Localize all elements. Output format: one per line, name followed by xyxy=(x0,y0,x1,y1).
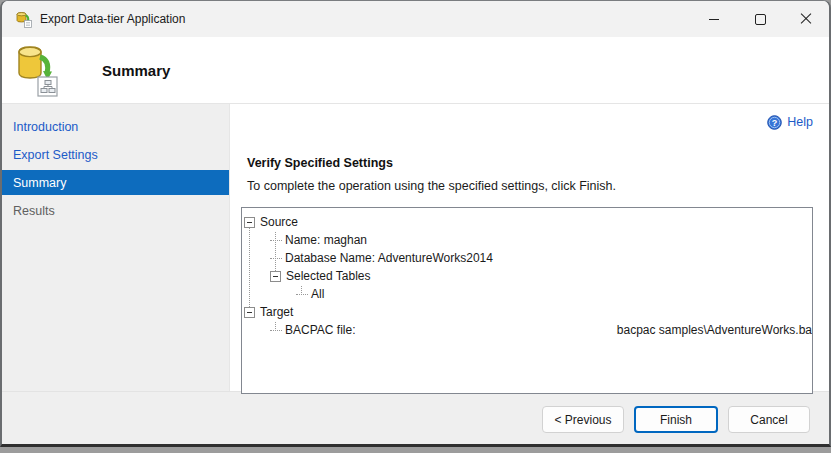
tree-item-all[interactable]: All xyxy=(242,285,812,303)
minimize-icon xyxy=(709,19,719,20)
tree-connector xyxy=(296,294,308,295)
database-export-icon xyxy=(15,10,33,28)
title-bar: Export Data-tier Application xyxy=(2,1,829,37)
close-button[interactable] xyxy=(783,1,829,37)
tree-item-label: Source xyxy=(260,215,298,229)
instruction-text: To complete the operation using the spec… xyxy=(247,179,813,193)
collapse-icon[interactable] xyxy=(244,217,255,228)
tree-item-label: Selected Tables xyxy=(286,269,371,283)
wizard-steps-sidebar: Introduction Export Settings Summary Res… xyxy=(2,104,230,391)
tree-item-name[interactable]: Name: maghan xyxy=(242,231,812,249)
cancel-button[interactable]: Cancel xyxy=(728,406,810,433)
tree-item-bacpac-file[interactable]: BACPAC file: bacpac samples\AdventureWor… xyxy=(242,321,812,339)
page-title: Summary xyxy=(102,62,170,79)
sidebar-item-summary[interactable]: Summary xyxy=(2,170,229,195)
tree-connector xyxy=(270,258,282,259)
help-circle-icon: ? xyxy=(767,115,782,130)
collapse-icon[interactable] xyxy=(244,307,255,318)
bacpac-file-path: bacpac samples\AdventureWorks.ba xyxy=(617,323,812,337)
svg-text:?: ? xyxy=(772,117,778,127)
tree-item-label: BACPAC file: xyxy=(285,323,355,337)
maximize-button[interactable] xyxy=(737,1,783,37)
tree-connector xyxy=(270,240,282,241)
tree-item-selected-tables[interactable]: Selected Tables xyxy=(242,267,812,285)
tree-item-database-name[interactable]: Database Name: AdventureWorks2014 xyxy=(242,249,812,267)
window-title: Export Data-tier Application xyxy=(40,12,185,26)
previous-button[interactable]: < Previous xyxy=(542,406,624,433)
tree-item-target[interactable]: Target xyxy=(242,303,812,321)
finish-button[interactable]: Finish xyxy=(634,406,718,433)
tree-connector xyxy=(270,330,282,331)
settings-tree: Source Name: maghan Database Name: Adven… xyxy=(241,207,813,394)
tree-item-label: All xyxy=(311,287,324,301)
help-link[interactable]: Help xyxy=(787,115,813,129)
section-title: Verify Specified Settings xyxy=(247,156,813,170)
database-export-summary-icon xyxy=(16,43,62,97)
summary-panel: ? Help Verify Specified Settings To comp… xyxy=(230,104,831,391)
tree-item-source[interactable]: Source xyxy=(242,213,812,231)
dialog-footer: < Previous Finish Cancel xyxy=(2,391,829,447)
wizard-header: Summary xyxy=(2,37,829,104)
sidebar-item-export-settings[interactable]: Export Settings xyxy=(2,142,229,167)
tree-item-label: Database Name: AdventureWorks2014 xyxy=(285,251,493,265)
collapse-icon[interactable] xyxy=(270,271,281,282)
minimize-button[interactable] xyxy=(691,1,737,37)
tree-item-label: Target xyxy=(260,305,293,319)
window-controls xyxy=(691,1,829,37)
sidebar-item-results: Results xyxy=(2,198,229,223)
tree-item-label: Name: maghan xyxy=(285,233,367,247)
export-data-tier-application-dialog: Export Data-tier Application Summary Int… xyxy=(0,0,831,447)
close-icon xyxy=(800,13,812,25)
sidebar-item-introduction[interactable]: Introduction xyxy=(2,114,229,139)
maximize-icon xyxy=(755,14,766,25)
